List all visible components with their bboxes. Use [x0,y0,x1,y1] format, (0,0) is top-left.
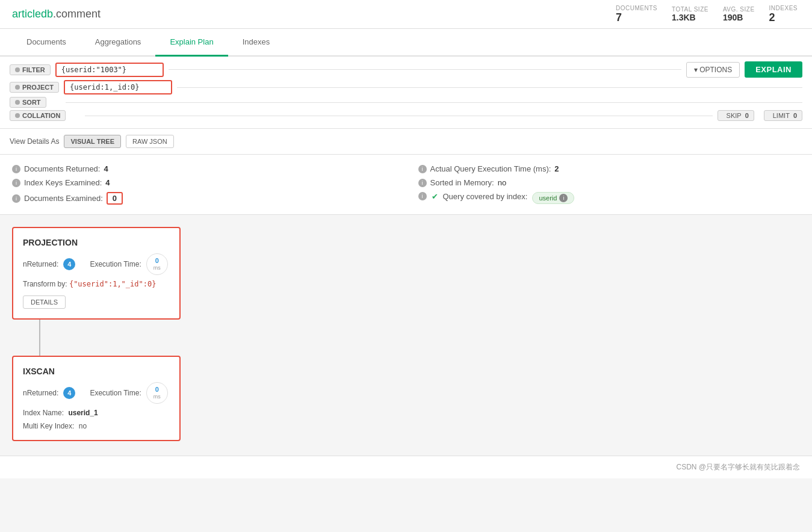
stat-documents-value: 7 [616,11,622,24]
main-content: PROJECTION nReturned: 4 Execution Time: … [0,215,812,456]
stat-total-size: TOTAL SIZE 1.3KB [672,6,711,22]
docs-returned-value: 4 [104,164,108,173]
header-stats-group: DOCUMENTS 7 TOTAL SIZE 1.3KB AVG. SIZE 1… [616,5,800,24]
ixscan-nreturned-label: nReturned: [23,389,58,397]
stat-avg-size: AVG. SIZE 190B [723,6,757,22]
stat-query-time: i Actual Query Execution Time (ms): 2 [418,164,801,173]
collation-row: COLLATION SKIP 0 LIMIT 0 [10,110,802,121]
projection-exectime-value: 0 [155,257,159,265]
index-keys-value: 4 [105,178,110,187]
skip-value[interactable]: 0 [745,112,749,119]
sort-icon [15,100,20,105]
divider-3 [66,102,802,103]
footer: CSDN @只要名字够长就有笑比跟着念 [0,456,812,478]
filter-input[interactable]: {userid:"1003"} [55,63,164,77]
covered-by-index-row: i ✔ Query covered by index: userid i [418,192,801,204]
sorted-value: no [498,178,506,187]
stat-total-size-value: 1.3KB [672,13,696,22]
tab-documents[interactable]: Documents [12,29,81,57]
project-input[interactable]: {userid:1,_id:0} [64,80,172,94]
ixscan-stage-title: IXSCAN [23,367,170,376]
collation-input[interactable] [70,114,80,117]
divider-1 [169,69,681,70]
ixscan-exectime-box: 0 ms [146,382,168,404]
stat-avg-size-label: AVG. SIZE [723,6,755,13]
sorted-label: Sorted in Memory: [430,178,494,187]
query-actions: ▾ OPTIONS EXPLAIN [686,61,802,78]
tab-indexes[interactable]: Indexes [228,29,285,57]
ixscan-exectime-unit: ms [153,394,161,400]
limit-value[interactable]: 0 [793,112,797,119]
query-time-label: Actual Query Execution Time (ms): [430,164,551,173]
query-time-value: 2 [554,164,559,173]
sort-input[interactable] [51,101,61,104]
docs-examined-value: 0 [107,192,123,205]
stat-indexes-value: 2 [769,11,775,24]
projection-nreturned-label: nReturned: [23,260,58,268]
tab-aggregations[interactable]: Aggregations [81,29,156,57]
skip-badge: SKIP 0 [717,110,754,121]
stats-grid: i Documents Returned: 4 i Index Keys Exa… [12,164,800,205]
filter-label: FILTER [10,64,51,75]
filter-value: {userid:"1003"} [61,66,126,74]
info-icon-sorted: i [418,179,427,187]
ixscan-stage-card: IXSCAN nReturned: 4 Execution Time: 0 ms… [12,356,181,441]
projection-transform-label: Transform by: [23,280,67,288]
visual-tree-button[interactable]: VISUAL TREE [64,135,121,148]
options-button[interactable]: ▾ OPTIONS [686,62,740,78]
limit-label: LIMIT [773,112,790,119]
stat-documents-label: DOCUMENTS [616,5,657,11]
project-icon [15,85,20,90]
info-icon-docs-examined: i [12,194,20,203]
ixscan-multikey-row: Multi Key Index: no [23,422,170,430]
tab-explain-plan[interactable]: Explain Plan [155,29,228,57]
view-details-row: View Details As VISUAL TREE RAW JSON [0,129,812,155]
projection-details-button[interactable]: DETAILS [23,295,66,309]
ixscan-multikey-value: no [79,422,87,430]
stat-avg-size-value: 190B [723,13,743,22]
projection-nreturned-row: nReturned: 4 Execution Time: 0 ms [23,253,170,275]
index-info-icon[interactable]: i [559,194,568,202]
projection-exectime-unit: ms [153,265,161,271]
ixscan-exectime-value: 0 [155,386,159,394]
stat-docs-returned: i Documents Returned: 4 [12,164,394,173]
stage-connector-1 [39,320,40,356]
explain-button[interactable]: EXPLAIN [745,61,802,78]
stats-right: i Actual Query Execution Time (ms): 2 i … [418,164,801,205]
info-icon-index-keys: i [12,179,20,187]
stat-total-size-label: TOTAL SIZE [672,6,708,13]
stages-container: PROJECTION nReturned: 4 Execution Time: … [12,227,800,441]
filter-icon [15,67,20,72]
ixscan-indexname-label: Index Name: [23,409,64,417]
raw-json-button[interactable]: RAW JSON [126,135,174,148]
projection-exectime-label: Execution Time: [90,260,141,268]
tab-bar: Documents Aggregations Explain Plan Inde… [0,29,812,57]
project-value: {userid:1,_id:0} [70,83,140,91]
projection-stage-title: PROJECTION [23,238,170,247]
header: articledb.comment DOCUMENTS 7 TOTAL SIZE… [0,0,812,29]
projection-stage-card: PROJECTION nReturned: 4 Execution Time: … [12,227,181,320]
project-row: PROJECT {userid:1,_id:0} [10,80,802,94]
stat-indexes: INDEXES 2 [769,5,800,24]
projection-exectime-box: 0 ms [146,253,168,275]
stats-left: i Documents Returned: 4 i Index Keys Exa… [12,164,394,205]
ixscan-exectime-label: Execution Time: [90,389,141,397]
info-icon-docs-returned: i [12,165,20,173]
collation-icon [15,113,20,118]
index-keys-label: Index Keys Examined: [24,178,102,187]
sort-label: SORT [10,97,46,108]
view-details-label: View Details As [10,137,59,146]
projection-transform-row: Transform by: {"userid":1,"_id":0} [23,280,170,288]
projection-nreturned-value: 4 [63,258,75,270]
ixscan-multikey-label: Multi Key Index: [23,422,74,430]
stat-docs-examined: i Documents Examined: 0 [12,192,394,205]
divider-2 [177,87,802,88]
db-name: articledb [12,8,53,20]
stat-indexes-label: INDEXES [769,5,798,11]
docs-returned-label: Documents Returned: [24,164,100,173]
divider-4 [85,116,712,116]
check-icon: ✔ [432,192,438,201]
ixscan-indexname-row: Index Name: userid_1 [23,409,170,417]
query-bar: FILTER {userid:"1003"} ▾ OPTIONS EXPLAIN… [0,57,812,129]
projection-transform-value: {"userid":1,"_id":0} [69,280,157,288]
